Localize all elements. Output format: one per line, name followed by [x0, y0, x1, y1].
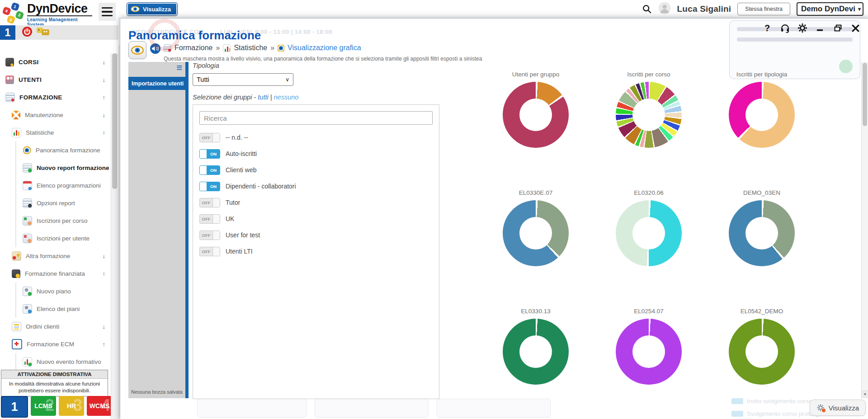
eye-icon — [23, 146, 31, 155]
donut[interactable] — [616, 82, 682, 148]
tipologia-label: Tipologia — [193, 62, 440, 69]
sidebar-item-elenco-dei-piani[interactable]: Elenco dei piani — [15, 300, 111, 318]
sidebar-item-formazione-finanziata[interactable]: Formazione finanziata↑ — [0, 265, 111, 282]
sidebar-item-nuovo-evento-formativo[interactable]: Nuovo evento formativo — [15, 353, 111, 371]
donut[interactable] — [616, 319, 682, 385]
toggle-on-switch[interactable]: ON — [199, 182, 220, 191]
sidebar-item-label: Iscrizioni per corso — [37, 217, 88, 224]
breadcrumb-item[interactable]: Visualizzazione grafica — [288, 44, 361, 52]
panel-hamburger-icon[interactable]: ≡ — [176, 62, 182, 74]
group-toggle-row: OFFUtenti LTI — [199, 243, 433, 259]
sidebar-item-label: Iscrizioni per utente — [37, 235, 90, 242]
select-none-link[interactable]: nessuno — [274, 94, 299, 101]
sidebar-item-label: Statistiche — [26, 129, 54, 136]
avatar[interactable] — [658, 2, 671, 16]
top-right-cluster: Luca Sigalini Stessa finestra Demo DynDe… — [642, 0, 863, 18]
sidebar-item-label: CORSI — [19, 59, 39, 66]
power-icon[interactable] — [22, 26, 33, 39]
site-select[interactable]: Demo DynDevi ▾ — [797, 2, 863, 16]
sidebar-item-utenti[interactable]: UTENTI↓ — [0, 71, 111, 89]
donut[interactable] — [616, 200, 682, 266]
same-window-button[interactable]: Stessa finestra — [737, 3, 790, 15]
group-list-box: OFF-- n.d. --ONAuto-iscrittiONClienti we… — [193, 104, 439, 399]
overview-eye-button[interactable] — [128, 41, 146, 59]
module-tile-1[interactable]: 1 — [1, 396, 28, 418]
toggle-on-switch[interactable]: ON — [199, 149, 220, 159]
sidebar-item-statistiche[interactable]: Statistiche↑ — [0, 124, 111, 141]
module-tile-hr[interactable]: 3HR — [59, 396, 84, 416]
toggle-off-switch[interactable]: OFF — [199, 214, 220, 224]
scroll-down-icon[interactable]: ▼ — [862, 391, 868, 398]
user-name[interactable]: Luca Sigalini — [677, 4, 731, 14]
breadcrumb-item[interactable]: Formazione — [175, 44, 212, 52]
donut-chart-el0542-demo: EL0542_DEMO — [705, 306, 818, 419]
chart-title: EL0320.06 — [634, 189, 663, 196]
open-window-tab[interactable]: Visualizza — [127, 2, 178, 16]
close-icon[interactable] — [850, 23, 860, 33]
toggle-off-switch[interactable]: OFF — [199, 247, 220, 256]
tipologia-select[interactable]: Tutti ∨ — [193, 73, 293, 86]
plan-list-icon — [23, 304, 32, 314]
sidebar-item-elenco-programmazioni[interactable]: Elenco programmazioni — [15, 177, 111, 194]
donut-chart-iscritti-per-corso: Iscritti per corso — [592, 69, 705, 188]
toggle-off-switch[interactable]: OFF — [199, 133, 220, 142]
search-input[interactable] — [199, 111, 433, 125]
bars-icon — [223, 44, 231, 52]
workspace-number-tile[interactable]: 1 — [0, 25, 15, 40]
group-toggle-list: OFF-- n.d. --ONAuto-iscrittiONClienti we… — [199, 129, 433, 259]
sidebar-item-formazione-ecm[interactable]: Formazione ECM↑ — [0, 335, 111, 353]
sidebar-item-iscrizioni-per-utente[interactable]: Iscrizioni per utente — [15, 230, 111, 247]
report-add-icon — [23, 163, 32, 173]
module-tile-label: 1 — [11, 400, 18, 414]
sidebar-item-panoramica-formazione[interactable]: Panoramica formazione — [15, 141, 111, 159]
sidebar-item-altra-formazione[interactable]: Altra formazione↓ — [0, 247, 111, 265]
toggle-off-switch[interactable]: OFF — [199, 198, 220, 207]
search-icon[interactable] — [642, 4, 652, 14]
donut[interactable] — [503, 319, 569, 385]
users-chat-icon[interactable] — [36, 27, 50, 38]
left-subpanel: ≡ Importazione utenti Nessuna bozza salv… — [128, 62, 189, 398]
toggle-on-switch[interactable]: ON — [199, 165, 220, 175]
restore-icon[interactable] — [833, 23, 843, 33]
scrollbar-thumb[interactable] — [112, 53, 117, 189]
sidebar-item-manutenzione[interactable]: Manutenzione↓ — [0, 106, 111, 124]
chevron-down-icon: ↓ — [103, 59, 106, 66]
sidebar-item-nuovo-report-formazione[interactable]: Nuovo report formazione — [15, 159, 111, 177]
sidebar-scrollbar[interactable]: ▲ — [111, 45, 119, 419]
module-tile-lcms[interactable]: 2LCMS — [31, 396, 56, 416]
logo-text[interactable]: DynDevice Learning Management System — [27, 3, 92, 27]
select-all-link[interactable]: tutti — [258, 94, 268, 101]
hamburger-menu-button[interactable] — [99, 3, 116, 21]
donut[interactable] — [729, 82, 795, 148]
group-toggle-row: OFFUK — [199, 211, 433, 227]
donut[interactable] — [503, 82, 569, 148]
tab-importazione-utenti[interactable]: Importazione utenti — [128, 77, 185, 90]
sidebar-item-opzioni-report[interactable]: Opzioni report — [15, 194, 111, 212]
settings-icon[interactable] — [797, 23, 807, 33]
headset-icon[interactable] — [780, 23, 790, 33]
visualizza-button-label: Visualizza — [829, 404, 859, 412]
minimize-icon[interactable] — [815, 23, 825, 33]
sidebar-item-label: Nuovo report formazione — [37, 165, 109, 171]
sidebar-item-ordini-clienti[interactable]: Ordini clienti↓ — [0, 318, 111, 335]
help-icon[interactable]: ? — [762, 23, 772, 33]
donut[interactable] — [503, 200, 569, 266]
window-scrollbar[interactable]: ▼ — [861, 62, 868, 398]
sidebar-item-iscrizioni-per-corso[interactable]: Iscrizioni per corso — [15, 212, 111, 230]
sidebar-item-label: Opzioni report — [37, 200, 75, 207]
module-tile-wcms[interactable]: 4WCMS — [87, 396, 112, 416]
toggle-off-switch[interactable]: OFF — [199, 231, 220, 240]
scrollbar-thumb[interactable] — [863, 63, 867, 126]
breadcrumb-item[interactable]: Statistiche — [234, 44, 267, 52]
group-toggle-row: ONClienti web — [199, 162, 433, 178]
donut[interactable] — [729, 319, 795, 385]
group-toggle-row: ONDipendenti - collaboratori — [199, 178, 433, 194]
sidebar-item-nuovo-piano[interactable]: Nuovo piano — [15, 282, 111, 300]
sidebar-item-formazione[interactable]: FORMAZIONE↑ — [0, 89, 111, 106]
visualizza-button[interactable]: Visualizza — [810, 400, 866, 416]
group-label: User for test — [226, 231, 260, 239]
donut[interactable] — [729, 200, 795, 266]
sidebar-item-corsi[interactable]: CORSI↓ — [0, 53, 111, 71]
chevron-down-icon: ∨ — [285, 76, 289, 83]
tools-icon — [12, 111, 20, 119]
